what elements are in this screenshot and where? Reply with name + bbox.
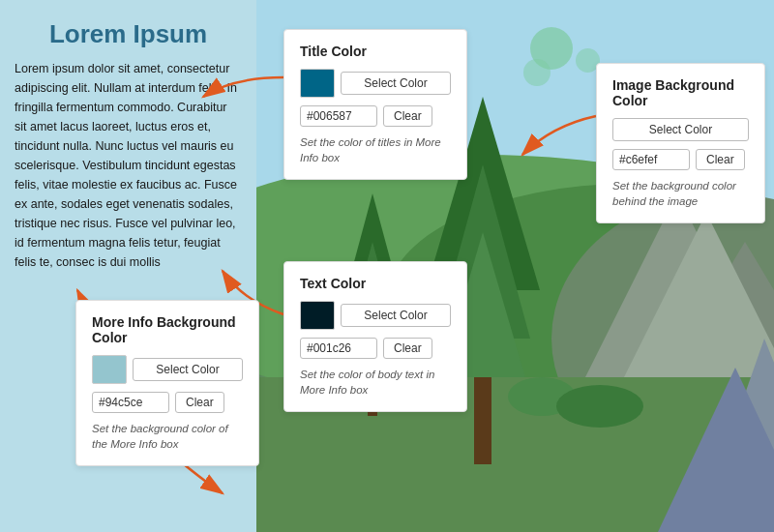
left-panel-title: Lorem Ipsum [15,19,242,49]
more-info-bg-description: Set the background color of the More Inf… [92,421,243,452]
text-color-card: Text Color Select Color Clear Set the co… [283,261,467,412]
text-color-hex-input[interactable] [300,338,377,359]
text-color-swatch [300,301,335,330]
more-info-bg-swatch-row: Select Color [92,355,243,384]
image-bg-card: Image Background Color Select Color Clea… [596,63,765,223]
title-color-card: Title Color Select Color Clear Set the c… [283,29,467,180]
text-color-hex-row: Clear [300,338,451,359]
image-bg-select-btn[interactable]: Select Color [612,118,749,141]
title-color-swatch [300,69,335,98]
more-info-bg-select-btn[interactable]: Select Color [133,358,243,381]
more-info-bg-clear-btn[interactable]: Clear [175,392,224,413]
image-bg-hex-input[interactable] [612,149,690,170]
image-bg-description: Set the background color behind the imag… [612,178,749,209]
title-color-hex-input[interactable] [300,105,377,127]
image-bg-clear-btn[interactable]: Clear [696,149,745,170]
svg-point-19 [556,385,643,428]
title-color-heading: Title Color [300,44,451,59]
more-info-bg-swatch [92,355,127,384]
title-color-select-btn[interactable]: Select Color [341,72,451,95]
image-bg-swatch-row: Select Color [612,118,749,141]
title-color-clear-btn[interactable]: Clear [383,105,432,127]
text-color-heading: Text Color [300,276,451,291]
text-color-select-btn[interactable]: Select Color [341,304,451,327]
text-color-clear-btn[interactable]: Clear [383,338,432,359]
more-info-bg-hex-input[interactable] [92,392,169,413]
left-panel-body: Lorem ipsum dolor sit amet, consectetur … [15,59,242,272]
text-color-swatch-row: Select Color [300,301,451,330]
title-color-description: Set the color of titles in More Info box [300,134,451,165]
title-color-swatch-row: Select Color [300,69,451,98]
svg-point-2 [523,59,551,86]
more-info-bg-hex-row: Clear [92,392,243,413]
image-bg-hex-row: Clear [612,149,749,170]
title-color-hex-row: Clear [300,105,451,127]
more-info-bg-heading: More Info Background Color [92,314,243,345]
text-color-description: Set the color of body text in More Info … [300,367,451,398]
image-bg-heading: Image Background Color [612,77,749,108]
more-info-bg-card: More Info Background Color Select Color … [75,300,259,466]
